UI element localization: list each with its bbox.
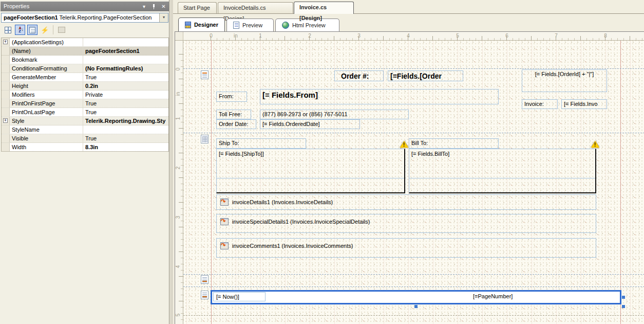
- panel-splitter[interactable]: [170, 0, 173, 324]
- close-icon[interactable]: ✕: [160, 3, 167, 10]
- detail-section-icon[interactable]: [201, 135, 209, 143]
- section-divider: [183, 274, 644, 275]
- object-selector-dropdown-icon[interactable]: ▾: [159, 13, 168, 22]
- expand-icon[interactable]: +: [3, 40, 8, 44]
- section-divider: [183, 133, 644, 133]
- events-lightning-icon[interactable]: ⚡: [40, 25, 50, 35]
- section-divider: [183, 286, 644, 287]
- designer-frame: 0 in 1 2 3 4 5 6 7 8 0 in 1 2 3 4 5: [175, 31, 644, 324]
- page-left-margin-line: [211, 41, 212, 324]
- property-row[interactable]: GenerateMember True: [2, 73, 168, 82]
- resize-handle-bottom[interactable]: [414, 305, 418, 308]
- tab-preview[interactable]: Preview: [226, 19, 274, 31]
- subreport-invoicecomments[interactable]: invoiceComments1 (Invoices.InvoiceCommen…: [216, 238, 596, 258]
- property-pages-icon: [56, 25, 67, 35]
- property-row[interactable]: Modifiers Private: [2, 91, 168, 99]
- properties-panel-title: Properties: [4, 3, 29, 9]
- subreport-icon: [220, 242, 229, 249]
- orderdate-value-textbox[interactable]: [= Fields.OrderedDate]: [260, 119, 360, 129]
- categorized-icon[interactable]: [3, 25, 13, 35]
- properties-view-icon[interactable]: [27, 25, 37, 35]
- property-row[interactable]: (Name) pageFooterSection1: [2, 47, 168, 56]
- tab-invoice-design[interactable]: Invoice.cs [Design]: [294, 2, 354, 14]
- shipto-label-textbox[interactable]: Ship To:: [216, 138, 306, 149]
- property-row[interactable]: Width 8.3in: [2, 143, 168, 152]
- pagenumber-expression-textbox[interactable]: [=PageNumber]: [473, 293, 513, 299]
- alphabetical-sort-icon[interactable]: AZ↓: [15, 25, 25, 35]
- subreport-icon: [220, 218, 229, 225]
- preview-icon: [233, 22, 239, 29]
- object-name: pageFooterSection1: [4, 14, 58, 21]
- from-value-textbox[interactable]: [= Fields.From]: [260, 89, 499, 104]
- tab-start-page[interactable]: Start Page: [178, 2, 217, 13]
- vertical-ruler: 0 in 1 2 3 4 5: [175, 41, 183, 324]
- object-type: Telerik.Reporting.PageFooterSection: [60, 14, 152, 21]
- pin-icon[interactable]: [150, 3, 158, 10]
- page-footer-section-icon[interactable]: [201, 291, 209, 299]
- horizontal-ruler: 0 in 1 2 3 4 5 6 7 8: [183, 32, 644, 41]
- invoice-value-textbox[interactable]: [= Fields.Invo: [561, 99, 607, 109]
- invoice-label-textbox[interactable]: Invoice:: [522, 99, 558, 109]
- vs-window: Properties ▾ ✕ pageFooterSection1 Teleri…: [0, 0, 644, 324]
- property-row[interactable]: Height 0.2in: [2, 82, 168, 91]
- order-label-textbox[interactable]: Order #:: [334, 70, 384, 81]
- tollfree-label-textbox[interactable]: Toll Free:: [216, 110, 251, 119]
- report-footer-section-icon[interactable]: [201, 275, 209, 284]
- property-row[interactable]: + Style Telerik.Reporting.Drawing.Sty: [2, 117, 168, 125]
- now-expression-textbox[interactable]: [= Now()]: [213, 292, 266, 301]
- page-right-margin-line: [620, 41, 621, 324]
- resize-handle-right[interactable]: [622, 296, 625, 299]
- warning-icon[interactable]: [400, 141, 408, 148]
- toolbar-separator: [53, 25, 53, 34]
- tab-designer[interactable]: Designer: [178, 17, 225, 31]
- property-row[interactable]: Bookmark: [2, 56, 168, 64]
- property-grid: + (ApplicationSettings) (Name) pageFoote…: [1, 38, 169, 152]
- designer-icon: [185, 22, 191, 28]
- property-row[interactable]: Visible True: [2, 134, 168, 143]
- properties-toolbar: AZ↓ ⚡: [1, 24, 169, 36]
- subreport-invoicespecialdetails[interactable]: invoiceSpecialDetails1 (Invoices.Invoice…: [216, 214, 596, 233]
- property-row[interactable]: ConditionalFormatting (No FormattingRule…: [2, 64, 168, 73]
- order-value-textbox[interactable]: [=Fields.[Order: [388, 70, 463, 81]
- page-bottom-line: [183, 315, 644, 316]
- warning-icon[interactable]: [591, 141, 599, 148]
- property-row[interactable]: StyleName: [2, 125, 168, 134]
- object-selector[interactable]: pageFooterSection1 Telerik.Reporting.Pag…: [1, 13, 168, 23]
- tollfree-value-textbox[interactable]: (877) 869-2973 or (856) 767-5011: [260, 110, 409, 119]
- subreport-icon: [220, 199, 229, 206]
- window-position-icon[interactable]: ▾: [140, 3, 148, 10]
- orderdate-label-textbox[interactable]: Order Date:: [216, 119, 256, 129]
- orderid-expression-textbox[interactable]: [= Fields.[OrderId] + "|"]: [522, 69, 607, 92]
- tab-invoicedetails-design[interactable]: InvoiceDetails.cs [Design]: [218, 2, 293, 13]
- shipto-panel[interactable]: [= Fields.[ShipTo]]: [216, 149, 405, 193]
- property-row[interactable]: PrintOnFirstPage True: [2, 99, 168, 108]
- expand-icon[interactable]: +: [3, 118, 8, 123]
- billto-panel[interactable]: [= Fields.BillTo]: [409, 149, 596, 193]
- property-row[interactable]: PrintOnLastPage True: [2, 108, 168, 117]
- properties-panel-titlebar[interactable]: Properties ▾ ✕: [1, 2, 169, 11]
- globe-icon: [282, 22, 289, 29]
- subreport-invoicedetails[interactable]: invoiceDetails1 (Invoices.InvoiceDetails…: [216, 194, 596, 210]
- resize-handle-corner[interactable]: [622, 305, 625, 308]
- from-label-textbox[interactable]: From:: [216, 92, 247, 102]
- section-divider: [183, 68, 644, 69]
- property-row[interactable]: + (ApplicationSettings): [2, 38, 168, 47]
- page-footer-band[interactable]: [= Now()] [=PageNumber]: [211, 290, 621, 304]
- page-header-section-icon[interactable]: [201, 70, 209, 79]
- billto-label-textbox[interactable]: Bill To:: [409, 138, 499, 149]
- tabstrip-divider: [173, 13, 644, 14]
- design-surface[interactable]: Order #: [=Fields.[Order [= Fields.[Orde…: [183, 41, 644, 324]
- ruler-corner: [175, 32, 183, 41]
- properties-panel: Properties ▾ ✕ pageFooterSection1 Teleri…: [0, 0, 169, 324]
